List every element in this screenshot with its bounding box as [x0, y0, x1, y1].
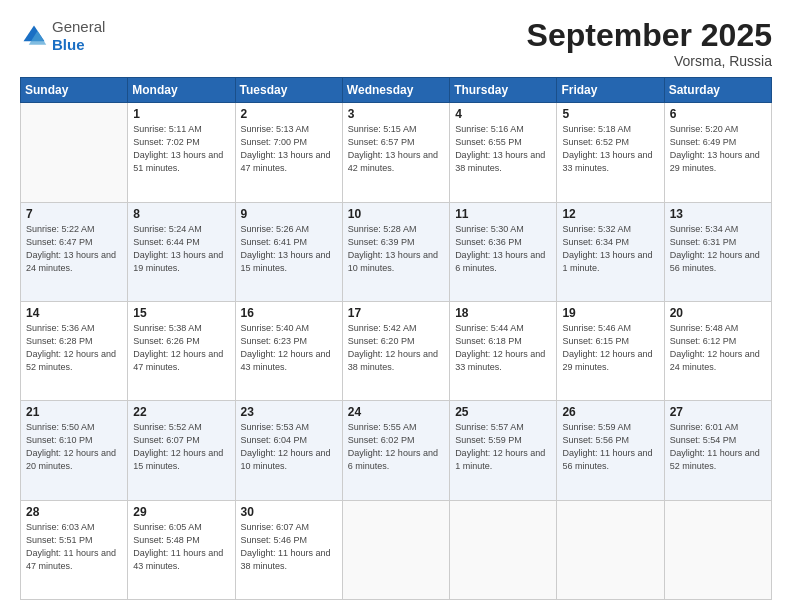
calendar-cell: 4Sunrise: 5:16 AMSunset: 6:55 PMDaylight…	[450, 103, 557, 202]
day-info: Sunrise: 6:03 AMSunset: 5:51 PMDaylight:…	[26, 521, 123, 573]
day-info: Sunrise: 5:48 AMSunset: 6:12 PMDaylight:…	[670, 322, 767, 374]
logo-blue-text: Blue	[52, 36, 85, 53]
calendar-cell: 18Sunrise: 5:44 AMSunset: 6:18 PMDayligh…	[450, 301, 557, 400]
day-number: 24	[348, 405, 445, 419]
calendar-cell: 17Sunrise: 5:42 AMSunset: 6:20 PMDayligh…	[342, 301, 449, 400]
day-number: 5	[562, 107, 659, 121]
day-number: 1	[133, 107, 230, 121]
calendar-cell	[21, 103, 128, 202]
day-number: 29	[133, 505, 230, 519]
calendar-cell: 5Sunrise: 5:18 AMSunset: 6:52 PMDaylight…	[557, 103, 664, 202]
logo-general-text: General	[52, 18, 105, 35]
day-number: 18	[455, 306, 552, 320]
calendar-week-row: 28Sunrise: 6:03 AMSunset: 5:51 PMDayligh…	[21, 500, 772, 599]
calendar-cell: 10Sunrise: 5:28 AMSunset: 6:39 PMDayligh…	[342, 202, 449, 301]
calendar-cell: 14Sunrise: 5:36 AMSunset: 6:28 PMDayligh…	[21, 301, 128, 400]
calendar-cell: 20Sunrise: 5:48 AMSunset: 6:12 PMDayligh…	[664, 301, 771, 400]
day-info: Sunrise: 5:55 AMSunset: 6:02 PMDaylight:…	[348, 421, 445, 473]
day-number: 2	[241, 107, 338, 121]
day-number: 27	[670, 405, 767, 419]
day-info: Sunrise: 5:59 AMSunset: 5:56 PMDaylight:…	[562, 421, 659, 473]
day-number: 11	[455, 207, 552, 221]
day-info: Sunrise: 6:07 AMSunset: 5:46 PMDaylight:…	[241, 521, 338, 573]
day-number: 16	[241, 306, 338, 320]
weekday-header-monday: Monday	[128, 78, 235, 103]
day-info: Sunrise: 5:24 AMSunset: 6:44 PMDaylight:…	[133, 223, 230, 275]
calendar-cell: 6Sunrise: 5:20 AMSunset: 6:49 PMDaylight…	[664, 103, 771, 202]
title-block: September 2025 Vorsma, Russia	[527, 18, 772, 69]
day-number: 13	[670, 207, 767, 221]
day-number: 6	[670, 107, 767, 121]
page: General Blue September 2025 Vorsma, Russ…	[0, 0, 792, 612]
calendar-header: SundayMondayTuesdayWednesdayThursdayFrid…	[21, 78, 772, 103]
day-number: 4	[455, 107, 552, 121]
calendar-cell: 8Sunrise: 5:24 AMSunset: 6:44 PMDaylight…	[128, 202, 235, 301]
logo-icon	[20, 22, 48, 50]
calendar-cell: 22Sunrise: 5:52 AMSunset: 6:07 PMDayligh…	[128, 401, 235, 500]
calendar-week-row: 21Sunrise: 5:50 AMSunset: 6:10 PMDayligh…	[21, 401, 772, 500]
calendar-cell	[450, 500, 557, 599]
calendar-cell	[664, 500, 771, 599]
calendar-cell: 29Sunrise: 6:05 AMSunset: 5:48 PMDayligh…	[128, 500, 235, 599]
day-info: Sunrise: 5:44 AMSunset: 6:18 PMDaylight:…	[455, 322, 552, 374]
calendar-cell: 15Sunrise: 5:38 AMSunset: 6:26 PMDayligh…	[128, 301, 235, 400]
calendar: SundayMondayTuesdayWednesdayThursdayFrid…	[20, 77, 772, 600]
day-number: 12	[562, 207, 659, 221]
calendar-cell: 12Sunrise: 5:32 AMSunset: 6:34 PMDayligh…	[557, 202, 664, 301]
day-info: Sunrise: 5:30 AMSunset: 6:36 PMDaylight:…	[455, 223, 552, 275]
day-info: Sunrise: 5:11 AMSunset: 7:02 PMDaylight:…	[133, 123, 230, 175]
calendar-week-row: 1Sunrise: 5:11 AMSunset: 7:02 PMDaylight…	[21, 103, 772, 202]
day-info: Sunrise: 6:05 AMSunset: 5:48 PMDaylight:…	[133, 521, 230, 573]
day-info: Sunrise: 5:46 AMSunset: 6:15 PMDaylight:…	[562, 322, 659, 374]
day-number: 20	[670, 306, 767, 320]
weekday-header-saturday: Saturday	[664, 78, 771, 103]
weekday-row: SundayMondayTuesdayWednesdayThursdayFrid…	[21, 78, 772, 103]
calendar-cell	[342, 500, 449, 599]
weekday-header-friday: Friday	[557, 78, 664, 103]
day-number: 25	[455, 405, 552, 419]
calendar-cell: 9Sunrise: 5:26 AMSunset: 6:41 PMDaylight…	[235, 202, 342, 301]
day-info: Sunrise: 5:20 AMSunset: 6:49 PMDaylight:…	[670, 123, 767, 175]
day-number: 7	[26, 207, 123, 221]
calendar-cell: 11Sunrise: 5:30 AMSunset: 6:36 PMDayligh…	[450, 202, 557, 301]
calendar-cell: 21Sunrise: 5:50 AMSunset: 6:10 PMDayligh…	[21, 401, 128, 500]
day-number: 21	[26, 405, 123, 419]
day-info: Sunrise: 5:16 AMSunset: 6:55 PMDaylight:…	[455, 123, 552, 175]
day-number: 30	[241, 505, 338, 519]
day-info: Sunrise: 5:36 AMSunset: 6:28 PMDaylight:…	[26, 322, 123, 374]
header: General Blue September 2025 Vorsma, Russ…	[20, 18, 772, 69]
calendar-cell: 3Sunrise: 5:15 AMSunset: 6:57 PMDaylight…	[342, 103, 449, 202]
day-number: 8	[133, 207, 230, 221]
day-info: Sunrise: 5:26 AMSunset: 6:41 PMDaylight:…	[241, 223, 338, 275]
day-number: 19	[562, 306, 659, 320]
calendar-cell: 25Sunrise: 5:57 AMSunset: 5:59 PMDayligh…	[450, 401, 557, 500]
day-info: Sunrise: 5:32 AMSunset: 6:34 PMDaylight:…	[562, 223, 659, 275]
location: Vorsma, Russia	[527, 53, 772, 69]
day-info: Sunrise: 5:38 AMSunset: 6:26 PMDaylight:…	[133, 322, 230, 374]
calendar-cell: 27Sunrise: 6:01 AMSunset: 5:54 PMDayligh…	[664, 401, 771, 500]
calendar-cell: 23Sunrise: 5:53 AMSunset: 6:04 PMDayligh…	[235, 401, 342, 500]
month-title: September 2025	[527, 18, 772, 53]
calendar-cell: 1Sunrise: 5:11 AMSunset: 7:02 PMDaylight…	[128, 103, 235, 202]
calendar-body: 1Sunrise: 5:11 AMSunset: 7:02 PMDaylight…	[21, 103, 772, 600]
day-number: 15	[133, 306, 230, 320]
day-info: Sunrise: 5:28 AMSunset: 6:39 PMDaylight:…	[348, 223, 445, 275]
day-number: 10	[348, 207, 445, 221]
day-number: 9	[241, 207, 338, 221]
calendar-cell: 19Sunrise: 5:46 AMSunset: 6:15 PMDayligh…	[557, 301, 664, 400]
calendar-cell: 16Sunrise: 5:40 AMSunset: 6:23 PMDayligh…	[235, 301, 342, 400]
logo: General Blue	[20, 18, 105, 54]
day-info: Sunrise: 5:18 AMSunset: 6:52 PMDaylight:…	[562, 123, 659, 175]
day-info: Sunrise: 5:53 AMSunset: 6:04 PMDaylight:…	[241, 421, 338, 473]
day-info: Sunrise: 5:52 AMSunset: 6:07 PMDaylight:…	[133, 421, 230, 473]
calendar-cell: 28Sunrise: 6:03 AMSunset: 5:51 PMDayligh…	[21, 500, 128, 599]
calendar-cell: 24Sunrise: 5:55 AMSunset: 6:02 PMDayligh…	[342, 401, 449, 500]
calendar-cell: 2Sunrise: 5:13 AMSunset: 7:00 PMDaylight…	[235, 103, 342, 202]
day-info: Sunrise: 5:50 AMSunset: 6:10 PMDaylight:…	[26, 421, 123, 473]
day-number: 26	[562, 405, 659, 419]
day-info: Sunrise: 5:15 AMSunset: 6:57 PMDaylight:…	[348, 123, 445, 175]
day-info: Sunrise: 5:42 AMSunset: 6:20 PMDaylight:…	[348, 322, 445, 374]
weekday-header-thursday: Thursday	[450, 78, 557, 103]
day-number: 17	[348, 306, 445, 320]
calendar-week-row: 7Sunrise: 5:22 AMSunset: 6:47 PMDaylight…	[21, 202, 772, 301]
